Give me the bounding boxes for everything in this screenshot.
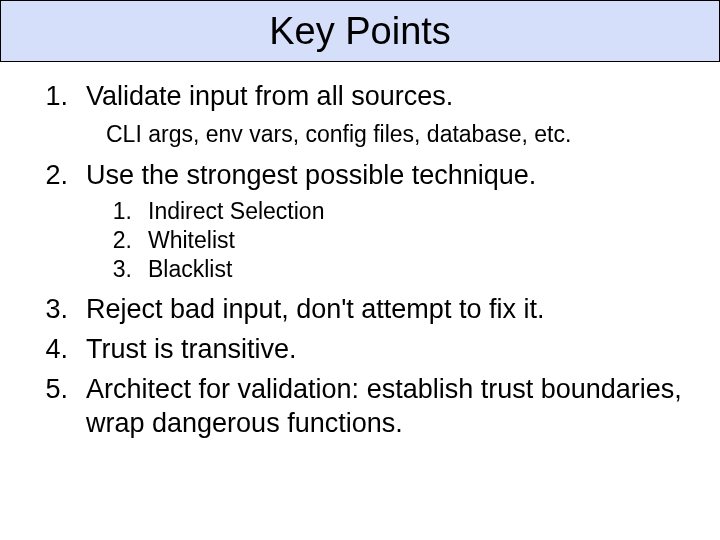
sublist-item: 2. Whitelist <box>106 227 690 254</box>
list-text: Validate input from all sources. <box>86 80 690 114</box>
sublist-text: Indirect Selection <box>148 198 690 225</box>
list-number: 3. <box>34 294 86 325</box>
slide: Key Points 1. Validate input from all so… <box>0 0 720 540</box>
list-number: 5. <box>34 374 86 405</box>
list-text: Trust is transitive. <box>86 333 690 367</box>
sublist-number: 3. <box>106 256 148 283</box>
list-text: Use the strongest possible technique. <box>86 159 690 193</box>
sublist-number: 1. <box>106 198 148 225</box>
sublist: 1. Indirect Selection 2. Whitelist 3. Bl… <box>106 198 690 283</box>
title-bar: Key Points <box>0 0 720 62</box>
sublist-number: 2. <box>106 227 148 254</box>
list-number: 2. <box>34 160 86 191</box>
list-number: 4. <box>34 334 86 365</box>
list-subtext: CLI args, env vars, config files, databa… <box>106 120 690 149</box>
list-item: 3. Reject bad input, don't attempt to fi… <box>34 293 690 327</box>
list-item: 2. Use the strongest possible technique. <box>34 159 690 193</box>
slide-title: Key Points <box>269 10 451 53</box>
list-item: 5. Architect for validation: establish t… <box>34 373 690 441</box>
sublist-item: 1. Indirect Selection <box>106 198 690 225</box>
slide-content: 1. Validate input from all sources. CLI … <box>34 80 690 446</box>
sublist-item: 3. Blacklist <box>106 256 690 283</box>
list-text: Reject bad input, don't attempt to fix i… <box>86 293 690 327</box>
list-item: 4. Trust is transitive. <box>34 333 690 367</box>
sublist-text: Blacklist <box>148 256 690 283</box>
sublist-text: Whitelist <box>148 227 690 254</box>
list-item: 1. Validate input from all sources. <box>34 80 690 114</box>
list-text: Architect for validation: establish trus… <box>86 373 690 441</box>
list-number: 1. <box>34 81 86 112</box>
